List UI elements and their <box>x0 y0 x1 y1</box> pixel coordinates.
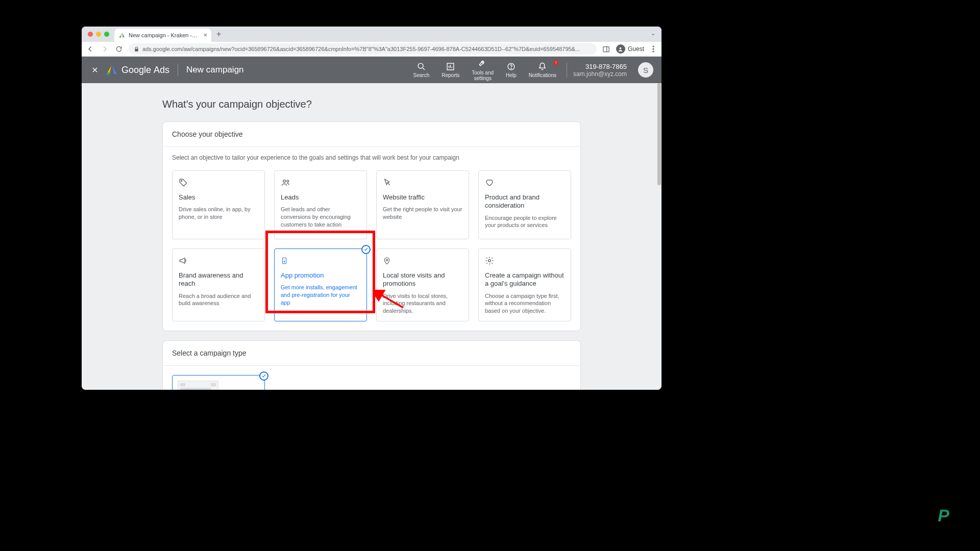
card-subtitle: Select an objective to tailor your exper… <box>163 147 580 161</box>
svg-point-12 <box>181 181 182 182</box>
profile-chip[interactable]: Guest <box>616 44 644 54</box>
tools-icon <box>478 59 487 68</box>
maximize-window-button[interactable] <box>104 32 109 37</box>
brand-word-b: Ads <box>154 65 169 75</box>
search-label: Search <box>413 72 430 78</box>
objective-brand-awareness[interactable]: Brand awareness and reach Reach a broad … <box>172 248 265 321</box>
url-text: ads.google.com/aw/campaigns/new?ocid=365… <box>142 46 592 52</box>
objective-title: App promotion <box>281 271 360 280</box>
browser-tab-strip: New campaign - Kraken - Goo × + ⌄ <box>82 27 662 42</box>
objective-title: Local store visits and promotions <box>383 271 462 288</box>
tabs-dropdown-icon[interactable]: ⌄ <box>651 30 655 37</box>
objective-website-traffic[interactable]: Website traffic Get the right people to … <box>376 170 469 239</box>
profile-label: Guest <box>628 45 644 53</box>
objective-no-goal[interactable]: Create a campaign without a goal's guida… <box>478 248 571 321</box>
check-icon <box>361 245 371 254</box>
svg-point-17 <box>488 260 491 262</box>
help-action[interactable]: Help <box>500 59 523 81</box>
objective-desc: Encourage people to explore your product… <box>485 214 565 230</box>
reload-button[interactable] <box>114 44 124 54</box>
objective-local-store[interactable]: Local store visits and promotions Drive … <box>376 248 469 321</box>
content-area: What's your campaign objective? Choose y… <box>82 83 662 390</box>
close-icon[interactable] <box>90 65 100 75</box>
svg-point-4 <box>652 45 654 47</box>
campaign-type-card: Select a campaign type <box>162 340 581 390</box>
google-ads-logo-icon <box>106 64 117 76</box>
svg-point-13 <box>283 180 286 183</box>
ads-favicon-icon <box>118 32 126 39</box>
svg-point-0 <box>119 36 121 38</box>
objective-title: Create a campaign without a goal's guida… <box>485 271 565 288</box>
objective-desc: Get leads and other conversions by encou… <box>281 206 360 229</box>
close-window-button[interactable] <box>88 32 93 37</box>
tab-title: New campaign - Kraken - Goo <box>129 32 198 38</box>
reports-icon <box>446 62 455 71</box>
help-label: Help <box>506 72 517 78</box>
help-icon <box>507 62 516 71</box>
objective-sales[interactable]: Sales Drive sales online, in app, by pho… <box>172 170 265 239</box>
objective-title: Sales <box>179 193 258 202</box>
objective-desc: Reach a broad audience and build awarene… <box>179 292 258 308</box>
objective-product-brand[interactable]: Product and brand consideration Encourag… <box>478 170 571 239</box>
card-title: Choose your objective <box>163 122 580 147</box>
svg-point-5 <box>652 48 654 49</box>
back-button[interactable] <box>86 44 95 54</box>
megaphone-icon <box>179 255 258 266</box>
search-action[interactable]: Search <box>407 59 436 81</box>
campaign-type-thumbnail <box>178 381 218 390</box>
objective-leads[interactable]: Leads Get leads and other conversions by… <box>274 170 367 239</box>
account-email: sam.john@xyz.com <box>573 70 627 78</box>
objective-title: Brand awareness and reach <box>179 271 258 288</box>
notifications-action[interactable]: ! Notifications <box>523 59 562 81</box>
new-tab-button[interactable]: + <box>216 30 221 39</box>
svg-point-16 <box>386 259 387 261</box>
check-icon <box>259 371 268 381</box>
header-separator <box>178 64 178 76</box>
brand-word-a: Google <box>121 65 151 75</box>
svg-point-8 <box>418 63 423 68</box>
reports-action[interactable]: Reports <box>435 59 465 81</box>
objective-title: Leads <box>281 193 360 202</box>
browser-toolbar: ads.google.com/aw/campaigns/new?ocid=365… <box>82 42 662 57</box>
notifications-label: Notifications <box>529 72 556 78</box>
watermark-logo: P <box>938 506 949 525</box>
browser-window: New campaign - Kraken - Goo × + ⌄ ads.go… <box>82 27 662 390</box>
choose-objective-card: Choose your objective Select an objectiv… <box>162 121 581 331</box>
bell-icon <box>538 62 547 71</box>
objective-title: Website traffic <box>383 193 462 202</box>
svg-point-6 <box>652 51 654 52</box>
search-icon <box>417 62 426 71</box>
svg-point-14 <box>287 180 289 182</box>
forward-button[interactable] <box>100 44 109 54</box>
cursor-icon <box>383 177 462 188</box>
browser-tab[interactable]: New campaign - Kraken - Goo × <box>114 29 211 42</box>
user-avatar[interactable]: S <box>638 62 653 78</box>
heart-icon <box>485 177 565 188</box>
phone-icon <box>281 255 360 266</box>
lock-icon <box>134 46 139 52</box>
objective-title: Product and brand consideration <box>485 193 565 210</box>
card-title: Select a campaign type <box>163 341 580 366</box>
tools-label: Tools and settings <box>472 70 494 81</box>
objective-desc: Drive sales online, in app, by phone, or… <box>179 206 258 221</box>
objective-desc: Drive visits to local stores, including … <box>383 292 462 315</box>
app-header: Google Ads New campaign Search Reports T… <box>82 57 662 83</box>
campaign-type-option[interactable] <box>172 375 265 390</box>
panel-icon[interactable] <box>602 44 611 54</box>
header-actions: Search Reports Tools and settings Help !… <box>407 59 563 81</box>
browser-menu-button[interactable] <box>649 45 657 53</box>
notification-badge: ! <box>553 60 558 65</box>
address-bar[interactable]: ads.google.com/aw/campaigns/new?ocid=365… <box>129 43 597 55</box>
objective-app-promotion[interactable]: App promotion Get more installs, engagem… <box>274 248 367 321</box>
tools-action[interactable]: Tools and settings <box>465 59 500 81</box>
pin-icon <box>383 255 462 266</box>
window-controls <box>88 32 109 37</box>
gear-icon <box>485 255 565 266</box>
people-icon <box>281 177 360 188</box>
minimize-window-button[interactable] <box>96 32 101 37</box>
close-tab-icon[interactable]: × <box>203 31 207 39</box>
account-info[interactable]: 319-878-7865 sam.john@xyz.com <box>567 63 633 78</box>
svg-point-3 <box>620 47 622 49</box>
account-id: 319-878-7865 <box>585 63 627 70</box>
scrollbar[interactable] <box>657 83 661 185</box>
